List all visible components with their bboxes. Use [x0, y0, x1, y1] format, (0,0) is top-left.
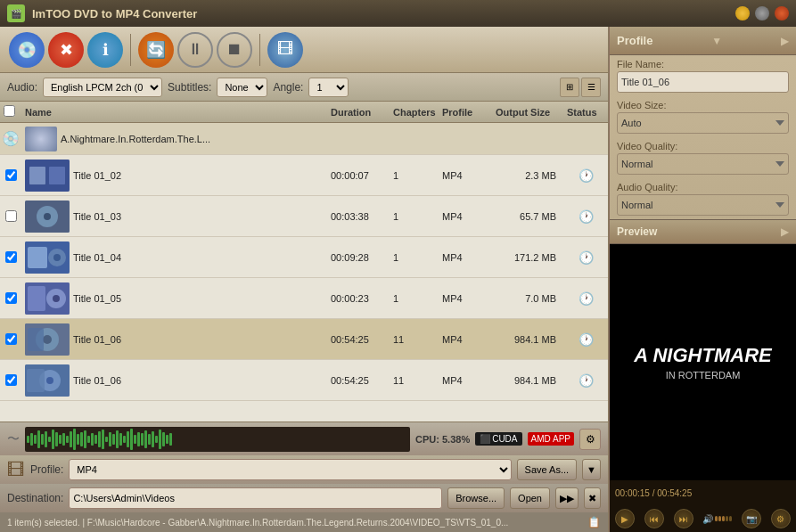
pause-button[interactable]: ⏸	[177, 32, 213, 68]
table-row[interactable]: 💿 A.Nightmare.In.Rotterdam.The.L...	[0, 123, 608, 155]
add-button[interactable]: 💿	[9, 32, 45, 68]
row-status[interactable]: 🕐	[563, 250, 608, 265]
maximize-button[interactable]	[755, 6, 769, 20]
row-chapters: 1	[390, 211, 439, 222]
profile-expand-button[interactable]: ▶	[781, 35, 789, 47]
volume-bar-4	[726, 516, 728, 521]
row-checkbox[interactable]	[5, 210, 17, 222]
audio-quality-select[interactable]: Normal	[617, 194, 789, 216]
info-icon: ℹ	[103, 40, 109, 60]
list-view-button[interactable]: ☰	[581, 78, 601, 97]
cpu-info: CPU: 5.38%	[415, 434, 470, 445]
file-thumbnail	[25, 282, 70, 315]
wave-bar	[105, 437, 108, 442]
convert-button[interactable]: 🔄	[138, 32, 174, 68]
open-button[interactable]: Open	[510, 487, 550, 509]
row-checkbox[interactable]	[5, 374, 17, 386]
save-as-button[interactable]: Save As...	[517, 459, 578, 480]
remove-button[interactable]: ✖	[48, 32, 84, 68]
stop-button[interactable]: ⏹	[217, 32, 252, 68]
clock-icon[interactable]: 🕐	[579, 209, 594, 224]
profile-select[interactable]: MP4	[69, 459, 511, 480]
volume-control: 🔊	[702, 514, 732, 524]
preview-expand-button[interactable]: ▶	[781, 225, 789, 238]
table-row[interactable]: Title 01_04 00:09:28 1 MP4 171.2 MB 🕐	[0, 237, 608, 278]
convert-icon: 🔄	[146, 40, 166, 60]
remove-icon: ✖	[60, 40, 73, 60]
row-output: 7.0 MB	[492, 293, 563, 304]
row-checkbox[interactable]	[5, 251, 17, 263]
clock-icon[interactable]: 🕐	[579, 332, 594, 347]
row-profile: MP4	[439, 293, 492, 304]
preview-screenshot-button[interactable]: 📷	[742, 509, 761, 528]
preview-rewind-button[interactable]: ⏮	[644, 509, 664, 528]
preview-forward-button[interactable]: ⏭	[674, 509, 693, 528]
table-row[interactable]: Title 01_05 00:00:23 1 MP4 7.0 MB 🕐	[0, 278, 608, 319]
clock-icon[interactable]: 🕐	[579, 250, 594, 265]
wave-bar	[169, 433, 172, 446]
audio-select[interactable]: English LPCM 2ch (0	[43, 78, 162, 97]
video-quality-select[interactable]: Normal	[617, 153, 789, 175]
bottom-bar: 〜	[0, 422, 608, 455]
file-name-input[interactable]	[617, 71, 789, 93]
wave-bar	[77, 434, 79, 445]
row-check	[0, 333, 21, 345]
wave-bar	[123, 436, 126, 443]
dest-options-arrow[interactable]: ▶▶	[555, 487, 579, 509]
title-bar: 🎬 ImTOO DVD to MP4 Converter	[0, 0, 796, 27]
profile-bar: 🎞 Profile: MP4 Save As... ▼	[0, 455, 608, 484]
subtitles-select[interactable]: None	[217, 78, 267, 97]
row-duration: 00:09:28	[327, 252, 390, 263]
preview-button[interactable]: 🎞	[267, 32, 303, 68]
wave-bar	[141, 433, 144, 446]
table-row[interactable]: Title 01_02 00:00:07 1 MP4 2.3 MB 🕐	[0, 155, 608, 196]
row-status[interactable]: 🕐	[563, 291, 608, 306]
settings-button[interactable]: ⚙	[579, 429, 601, 450]
profile-collapse-arrow[interactable]: ▼	[711, 35, 722, 47]
wave-bar	[52, 430, 54, 449]
clock-icon[interactable]: 🕐	[579, 373, 594, 388]
clock-icon[interactable]: 🕐	[579, 291, 594, 306]
waveform	[25, 427, 410, 452]
browse-button[interactable]: Browse...	[447, 487, 505, 509]
table-row[interactable]: Title 01_06 00:54:25 11 MP4 984.1 MB 🕐	[0, 360, 608, 401]
volume-bar-1	[715, 516, 718, 521]
audio-label: Audio:	[7, 81, 37, 94]
info-button[interactable]: ℹ	[87, 32, 123, 68]
row-checkbox[interactable]	[5, 292, 17, 304]
wave-bar	[116, 430, 119, 448]
table-row[interactable]: Title 01_03 00:03:38 1 MP4 65.7 MB 🕐	[0, 196, 608, 237]
preview-controls: ▶ ⏮ ⏭ 🔊 📷 ⚙	[610, 505, 796, 532]
header-name: Name	[21, 107, 327, 118]
row-chapters: 1	[390, 293, 439, 304]
minimize-button[interactable]	[735, 6, 750, 20]
disc-icon: 💿	[17, 40, 37, 60]
clock-icon[interactable]: 🕐	[579, 168, 594, 183]
wave-bar	[45, 431, 47, 447]
wave-bar	[41, 434, 44, 445]
row-chapters: 1	[390, 170, 439, 181]
save-as-arrow[interactable]: ▼	[582, 459, 601, 480]
wave-bar	[70, 431, 72, 447]
angle-select[interactable]: 1	[308, 78, 349, 97]
row-checkbox[interactable]	[5, 333, 17, 345]
row-status[interactable]: 🕐	[563, 168, 608, 183]
preview-settings-button[interactable]: ⚙	[771, 509, 791, 528]
preview-play-button[interactable]: ▶	[615, 509, 635, 528]
row-profile: MP4	[439, 252, 492, 263]
volume-bars	[715, 516, 732, 521]
video-size-select[interactable]: Auto	[617, 112, 789, 134]
status-text: 1 item(s) selected. | F:\Music\Hardcore …	[7, 518, 587, 528]
row-status[interactable]: 🕐	[563, 332, 608, 347]
table-row[interactable]: Title 01_06 00:54:25 11 MP4 984.1 MB 🕐	[0, 319, 608, 360]
select-all-checkbox[interactable]	[4, 105, 15, 117]
row-status[interactable]: 🕐	[563, 209, 608, 224]
dest-clear-button[interactable]: ✖	[584, 487, 601, 509]
row-status[interactable]: 🕐	[563, 373, 608, 388]
dest-input[interactable]	[69, 487, 442, 509]
grid-view-button[interactable]: ⊞	[560, 78, 579, 97]
row-profile: MP4	[439, 170, 492, 181]
wave-bar	[62, 433, 65, 446]
close-button[interactable]	[775, 6, 789, 20]
row-checkbox[interactable]	[5, 169, 17, 181]
